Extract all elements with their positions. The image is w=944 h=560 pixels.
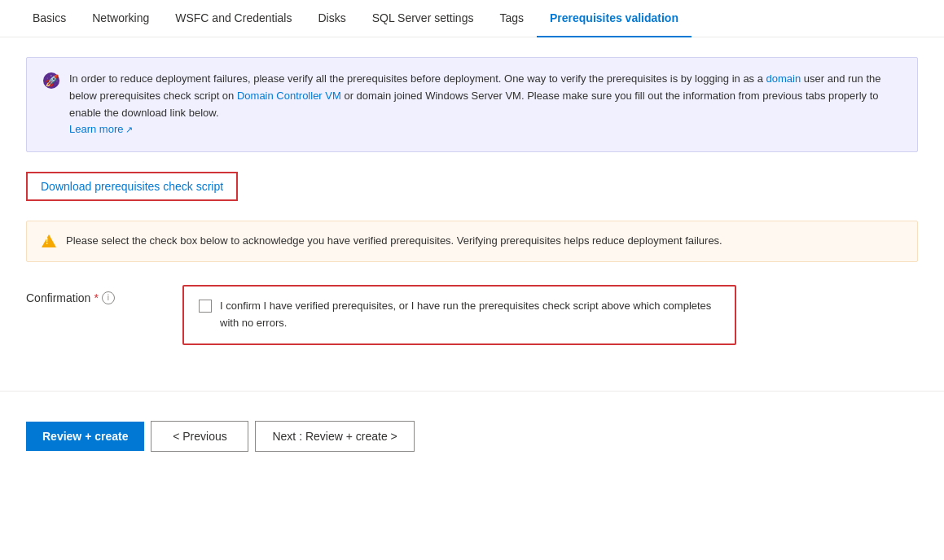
tab-basics[interactable]: Basics [20, 0, 79, 37]
info-text: In order to reduce deployment failures, … [69, 71, 901, 138]
confirmation-box: I confirm I have verified prerequisites,… [182, 285, 736, 345]
nav-tabs: Basics Networking WSFC and Credentials D… [0, 0, 944, 37]
footer: Review + create < Previous Next : Review… [0, 408, 944, 465]
external-link-icon: ↗ [125, 123, 133, 138]
rocket-icon: 🚀 [43, 72, 59, 89]
tab-networking[interactable]: Networking [79, 0, 162, 37]
review-create-button[interactable]: Review + create [26, 422, 144, 451]
confirmation-label: Confirmation * i [26, 285, 156, 304]
tab-tags[interactable]: Tags [486, 0, 537, 37]
info-box: 🚀 In order to reduce deployment failures… [26, 57, 918, 152]
confirmation-row: Confirmation * i I confirm I have verifi… [26, 285, 918, 345]
main-content: 🚀 In order to reduce deployment failures… [0, 37, 944, 391]
tab-sql-server[interactable]: SQL Server settings [359, 0, 487, 37]
warning-box: Please select the check box below to ack… [26, 221, 918, 262]
tab-disks[interactable]: Disks [305, 0, 358, 37]
confirmation-checkbox[interactable] [199, 300, 212, 313]
next-button[interactable]: Next : Review + create > [255, 421, 414, 452]
tab-prerequisites[interactable]: Prerequisites validation [537, 0, 692, 37]
tab-wsfc[interactable]: WSFC and Credentials [162, 0, 305, 37]
warning-text: Please select the check box below to ack… [66, 233, 722, 250]
previous-button[interactable]: < Previous [151, 421, 248, 452]
footer-divider [0, 391, 944, 392]
download-prerequisites-button[interactable]: Download prerequisites check script [26, 172, 238, 201]
warning-triangle-icon [42, 234, 56, 247]
required-marker: * [94, 291, 98, 304]
learn-more-link[interactable]: Learn more ↗ [69, 121, 133, 138]
info-icon-circle[interactable]: i [102, 291, 115, 304]
confirmation-checkbox-text: I confirm I have verified prerequisites,… [220, 298, 720, 332]
